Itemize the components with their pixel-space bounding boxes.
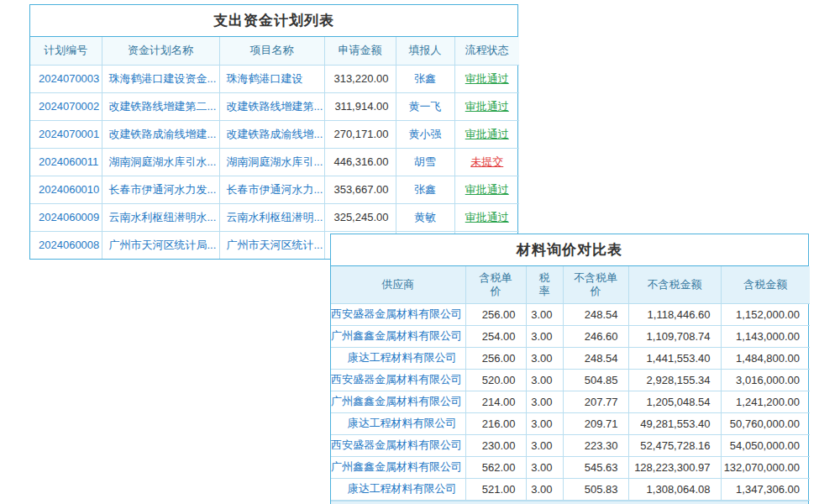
supplier-link[interactable]: 西安盛器金属材料有限公司 [331, 369, 465, 391]
amount-without-tax: 1,205,048.54 [628, 391, 721, 412]
apply-amount: 353,667.00 [324, 176, 396, 203]
flow-status-link[interactable]: 审批通过 [454, 92, 519, 120]
tax-rate: 3.00 [526, 391, 563, 412]
apply-amount: 270,171.00 [324, 120, 396, 148]
expense-header-row: 计划编号 资金计划名称 项目名称 申请金额 填报人 流程状态 [30, 37, 519, 65]
table-row: 广州鑫鑫金属材料有限公司 254.00 3.00 246.60 1,109,70… [331, 325, 810, 347]
apply-amount: 446,316.00 [324, 148, 396, 176]
amount-with-tax: 50,760,000.00 [721, 412, 810, 434]
table-row: 2024070001 改建铁路成渝线增建... 改建铁路成渝线增... 270,… [30, 120, 519, 148]
amount-without-tax: 1,109,708.74 [628, 325, 721, 347]
tax-rate: 3.00 [526, 369, 563, 391]
price-with-tax: 254.00 [465, 325, 526, 347]
plan-id-link[interactable]: 2024070002 [30, 92, 102, 120]
table-footer-strip [331, 501, 808, 504]
plan-name-link[interactable]: 长春市伊通河水力发... [102, 176, 219, 203]
filler-link[interactable]: 黄敏 [396, 203, 454, 231]
supplier-link[interactable]: 西安盛器金属材料有限公司 [331, 303, 465, 325]
table-row: 康达工程材料有限公司 256.00 3.00 248.54 1,441,553.… [331, 347, 810, 369]
plan-id-link[interactable]: 2024060011 [30, 148, 102, 176]
apply-amount: 313,220.00 [324, 65, 396, 92]
table-row: 康达工程材料有限公司 216.00 3.00 209.71 49,281,553… [331, 412, 810, 434]
filler-link[interactable]: 黄一飞 [396, 92, 454, 120]
col-header-amount-without-tax: 不含税金额 [628, 266, 721, 303]
col-header-tax-rate: 税率 [526, 266, 563, 303]
supplier-link[interactable]: 广州鑫鑫金属材料有限公司 [331, 325, 465, 347]
col-header-project-name: 项目名称 [219, 37, 324, 65]
col-header-plan-id: 计划编号 [30, 37, 102, 65]
col-header-supplier: 供应商 [331, 266, 465, 303]
col-header-apply-amount: 申请金额 [324, 37, 396, 65]
filler-link[interactable]: 黄小强 [396, 120, 454, 148]
price-without-tax: 545.63 [563, 456, 628, 478]
plan-id-link[interactable]: 2024070003 [30, 65, 102, 92]
project-name-link[interactable]: 珠海鹤港口建设 [219, 65, 324, 92]
supplier-link[interactable]: 广州鑫鑫金属材料有限公司 [331, 456, 465, 478]
col-header-flow-status: 流程状态 [454, 37, 519, 65]
table-row: 2024070003 珠海鹤港口建设资金... 珠海鹤港口建设 313,220.… [30, 65, 519, 92]
plan-id-link[interactable]: 2024060008 [30, 231, 102, 259]
plan-name-link[interactable]: 珠海鹤港口建设资金... [102, 65, 219, 92]
flow-status-link[interactable]: 审批通过 [454, 203, 519, 231]
plan-name-link[interactable]: 云南水利枢纽潜明水... [102, 203, 219, 231]
plan-name-link[interactable]: 湖南洞庭湖水库引水... [102, 148, 219, 176]
filler-link[interactable]: 胡雪 [396, 148, 454, 176]
table-row: 2024060009 云南水利枢纽潜明水... 云南水利枢纽潜明... 325,… [30, 203, 519, 231]
supplier-link[interactable]: 康达工程材料有限公司 [331, 347, 465, 369]
amount-with-tax: 1,484,800.00 [721, 347, 810, 369]
tax-rate: 3.00 [526, 303, 563, 325]
plan-id-link[interactable]: 2024060009 [30, 203, 102, 231]
quote-header-row: 供应商 含税单价 税率 不含税单价 不含税金额 含税金额 [331, 266, 810, 303]
table-row: 西安盛器金属材料有限公司 256.00 3.00 248.54 1,118,44… [331, 303, 810, 325]
price-without-tax: 223.30 [563, 434, 628, 456]
quote-panel-title: 材料询价对比表 [331, 234, 808, 266]
price-with-tax: 216.00 [465, 412, 526, 434]
table-row: 广州鑫鑫金属材料有限公司 562.00 3.00 545.63 128,223,… [331, 456, 810, 478]
filler-link[interactable]: 张鑫 [396, 65, 454, 92]
col-header-price-with-tax: 含税单价 [465, 266, 526, 303]
table-row: 西安盛器金属材料有限公司 520.00 3.00 504.85 2,928,15… [331, 369, 810, 391]
apply-amount: 311,914.00 [324, 92, 396, 120]
project-name-link[interactable]: 改建铁路线增建第... [219, 92, 324, 120]
amount-with-tax: 1,347,306.00 [721, 478, 810, 500]
price-without-tax: 504.85 [563, 369, 628, 391]
table-row: 广州鑫鑫金属材料有限公司 214.00 3.00 207.77 1,205,04… [331, 391, 810, 412]
amount-with-tax: 1,241,200.00 [721, 391, 810, 412]
plan-id-link[interactable]: 2024070001 [30, 120, 102, 148]
supplier-link[interactable]: 西安盛器金属材料有限公司 [331, 434, 465, 456]
flow-status-link[interactable]: 审批通过 [454, 65, 519, 92]
flow-status-link[interactable]: 未提交 [454, 148, 519, 176]
plan-name-link[interactable]: 改建铁路成渝线增建... [102, 120, 219, 148]
plan-name-link[interactable]: 广州市天河区统计局... [102, 231, 219, 259]
price-with-tax: 562.00 [465, 456, 526, 478]
project-name-link[interactable]: 改建铁路成渝线增... [219, 120, 324, 148]
amount-without-tax: 1,441,553.40 [628, 347, 721, 369]
project-name-link[interactable]: 云南水利枢纽潜明... [219, 203, 324, 231]
price-with-tax: 230.00 [465, 434, 526, 456]
price-without-tax: 248.54 [563, 303, 628, 325]
tax-rate: 3.00 [526, 456, 563, 478]
amount-with-tax: 3,016,000.00 [721, 369, 810, 391]
project-name-link[interactable]: 湖南洞庭湖水库引... [219, 148, 324, 176]
table-row: 康达工程材料有限公司 521.00 3.00 505.83 1,308,064.… [331, 478, 810, 500]
page: 支出资金计划列表 计划编号 资金计划名称 项目名称 申请金额 填报人 流程状态 … [0, 0, 840, 504]
supplier-link[interactable]: 康达工程材料有限公司 [331, 478, 465, 500]
flow-status-link[interactable]: 审批通过 [454, 176, 519, 203]
flow-status-link[interactable]: 审批通过 [454, 120, 519, 148]
amount-without-tax: 1,308,064.08 [628, 478, 721, 500]
price-without-tax: 207.77 [563, 391, 628, 412]
supplier-link[interactable]: 广州鑫鑫金属材料有限公司 [331, 391, 465, 412]
amount-without-tax: 52,475,728.16 [628, 434, 721, 456]
plan-name-link[interactable]: 改建铁路线增建第二... [102, 92, 219, 120]
apply-amount: 325,245.00 [324, 203, 396, 231]
plan-id-link[interactable]: 2024060010 [30, 176, 102, 203]
quote-compare-table: 供应商 含税单价 税率 不含税单价 不含税金额 含税金额 西安盛器金属材料有限公… [331, 266, 810, 501]
filler-link[interactable]: 张鑫 [396, 176, 454, 203]
project-name-link[interactable]: 长春市伊通河水力... [219, 176, 324, 203]
tax-rate: 3.00 [526, 325, 563, 347]
expense-plan-panel: 支出资金计划列表 计划编号 资金计划名称 项目名称 申请金额 填报人 流程状态 … [29, 4, 518, 260]
amount-with-tax: 1,152,000.00 [721, 303, 810, 325]
project-name-link[interactable]: 广州市天河区统计... [219, 231, 324, 259]
supplier-link[interactable]: 康达工程材料有限公司 [331, 412, 465, 434]
amount-without-tax: 1,118,446.60 [628, 303, 721, 325]
